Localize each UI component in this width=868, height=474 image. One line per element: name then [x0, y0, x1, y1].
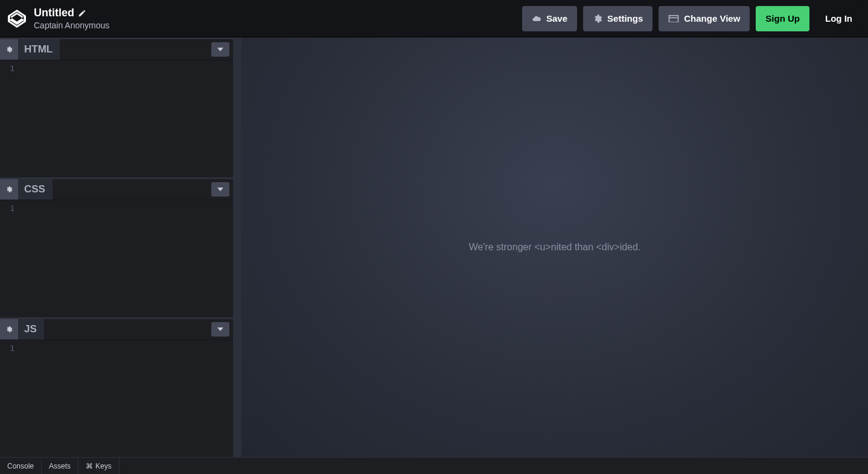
editor-pane-js: JS 1	[0, 318, 233, 457]
code-html[interactable]	[18, 60, 233, 177]
pane-dropdown-js[interactable]	[211, 322, 229, 337]
pane-title-css: CSS	[18, 183, 45, 195]
bottom-bar: Console Assets ⌘ Keys	[0, 457, 868, 474]
code-js[interactable]	[18, 340, 233, 457]
code-area-html[interactable]: 1	[0, 60, 233, 177]
keys-prefix: ⌘	[86, 462, 93, 470]
pen-title-text: Untitled	[34, 7, 74, 19]
code-area-js[interactable]: 1	[0, 340, 233, 457]
sign-up-label: Sign Up	[765, 13, 800, 24]
layout-icon	[668, 14, 679, 23]
editors-column: HTML 1 CSS	[0, 37, 241, 457]
editor-pane-html: HTML 1	[0, 39, 233, 179]
code-area-css[interactable]: 1	[0, 200, 233, 317]
top-bar: Untitled Captain Anonymous Save Settings…	[0, 0, 868, 37]
pane-dropdown-css[interactable]	[211, 182, 229, 197]
pane-settings-js[interactable]	[0, 319, 18, 340]
codepen-logo[interactable]	[6, 8, 28, 30]
gear-icon	[5, 326, 13, 333]
settings-label: Settings	[607, 13, 643, 24]
assets-button[interactable]: Assets	[42, 458, 78, 474]
save-label: Save	[546, 13, 567, 24]
codepen-icon	[8, 10, 26, 28]
keys-button[interactable]: ⌘ Keys	[78, 458, 120, 474]
preview-placeholder-message: We're stronger <u>nited than <div>ided.	[469, 242, 641, 253]
editor-pane-css: CSS 1	[0, 179, 233, 318]
preview-pane: We're stronger <u>nited than <div>ided.	[241, 37, 868, 457]
pane-settings-css[interactable]	[0, 179, 18, 200]
top-bar-actions: Save Settings Change View Sign Up Log In	[522, 6, 862, 31]
change-view-button[interactable]: Change View	[659, 6, 750, 31]
console-button[interactable]: Console	[0, 458, 42, 474]
pen-title[interactable]: Untitled	[34, 7, 109, 19]
settings-button[interactable]: Settings	[583, 6, 653, 31]
main-area: HTML 1 CSS	[0, 37, 868, 457]
pane-dropdown-html[interactable]	[211, 42, 229, 57]
gutter-css: 1	[0, 200, 18, 317]
chevron-down-icon	[217, 46, 223, 52]
pane-header-html: HTML	[0, 39, 233, 60]
gear-icon	[593, 14, 602, 24]
assets-label: Assets	[49, 462, 71, 470]
pane-settings-html[interactable]	[0, 39, 18, 60]
cloud-icon	[532, 14, 541, 24]
keys-label: Keys	[95, 462, 112, 470]
pane-title-js: JS	[18, 323, 37, 335]
console-label: Console	[7, 462, 34, 470]
gear-icon	[5, 46, 13, 53]
gutter-html: 1	[0, 60, 18, 177]
gutter-js: 1	[0, 340, 18, 457]
gear-icon	[5, 186, 13, 193]
log-in-label: Log In	[825, 13, 852, 24]
pane-header-css: CSS	[0, 179, 233, 200]
chevron-down-icon	[217, 186, 223, 192]
chevron-down-icon	[217, 326, 223, 332]
pen-author[interactable]: Captain Anonymous	[34, 21, 109, 30]
change-view-label: Change View	[684, 13, 740, 24]
pane-title-html: HTML	[18, 43, 53, 55]
sign-up-button[interactable]: Sign Up	[756, 6, 809, 31]
edit-icon[interactable]	[78, 9, 86, 17]
pane-header-js: JS	[0, 318, 233, 340]
save-button[interactable]: Save	[522, 6, 577, 31]
code-css[interactable]	[18, 200, 233, 317]
log-in-button[interactable]: Log In	[815, 6, 862, 31]
title-block: Untitled Captain Anonymous	[34, 7, 109, 30]
